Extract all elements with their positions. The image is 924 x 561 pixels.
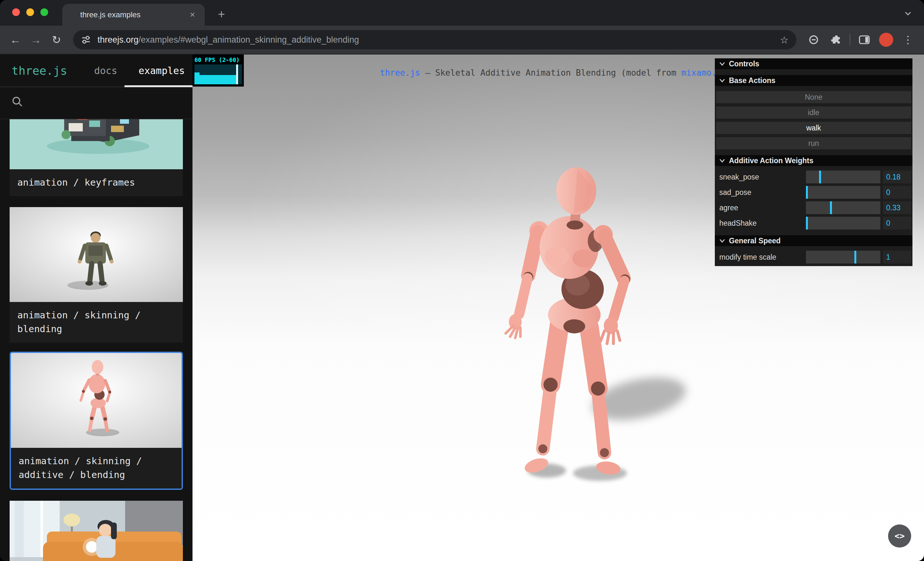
value-sad-pose[interactable]: 0 xyxy=(883,186,911,199)
browser-menu-icon[interactable]: ⋮ xyxy=(898,30,918,49)
value-sneak-pose[interactable]: 0.18 xyxy=(883,171,911,183)
action-button-run[interactable]: run xyxy=(716,137,911,150)
example-card-skinning-blending[interactable]: animation / skinning / blending xyxy=(10,207,183,343)
example-card-next[interactable] xyxy=(10,501,183,561)
fps-readout: 60 FPS (2-60) xyxy=(194,57,242,63)
sidebar-header: three.js docs examples xyxy=(0,54,192,87)
example-caption: animation / keyframes xyxy=(10,169,183,196)
toolbar-divider xyxy=(850,34,850,45)
reload-button[interactable]: ↻ xyxy=(46,30,67,50)
slider-head-shake[interactable] xyxy=(806,217,880,229)
window-controls xyxy=(12,8,48,16)
example-card-skinning-additive-blending[interactable]: animation / skinning / additive / blendi… xyxy=(10,352,183,490)
slider-label: agree xyxy=(719,203,806,212)
character-model xyxy=(494,159,699,492)
examples-sidebar: three.js docs examples xyxy=(0,54,192,561)
window-zoom-button[interactable] xyxy=(40,8,48,16)
slider-label: sneak_pose xyxy=(719,173,806,181)
tab-search-chevron-icon[interactable] xyxy=(902,8,914,19)
example-card-keyframes[interactable]: animation / keyframes xyxy=(10,119,183,196)
gui-general-speed-header[interactable]: General Speed xyxy=(715,235,912,246)
value-agree[interactable]: 0.33 xyxy=(883,201,911,214)
examples-active-underline xyxy=(124,85,192,87)
search-input[interactable] xyxy=(31,97,181,108)
action-button-idle[interactable]: idle xyxy=(716,106,911,119)
url-text: threejs.org/examples/#webgl_animation_sk… xyxy=(98,35,775,45)
example-card-list: animation / keyframes xyxy=(0,119,192,561)
forward-button[interactable]: → xyxy=(26,30,46,50)
thumbnail-animation-keyframes xyxy=(10,119,183,169)
chevron-down-icon xyxy=(719,61,725,66)
action-button-none[interactable]: None xyxy=(716,91,911,103)
example-caption: animation / skinning / blending xyxy=(10,302,183,343)
site-info-icon[interactable] xyxy=(81,34,91,45)
view-source-button[interactable]: <> xyxy=(888,524,911,548)
threejs-title-link[interactable]: three.js xyxy=(380,68,420,78)
tab-title: three.js examples xyxy=(80,10,187,19)
slider-label: modify time scale xyxy=(719,253,806,262)
url-bar[interactable]: threejs.org/examples/#webgl_animation_sk… xyxy=(73,30,796,49)
thumbnail-animation-skinning-blending xyxy=(10,207,183,302)
example-caption: animation / skinning / additive / blendi… xyxy=(11,448,182,489)
window-minimize-button[interactable] xyxy=(26,8,34,16)
gui-controls-header[interactable]: Controls xyxy=(715,58,912,69)
value-time-scale[interactable]: 1 xyxy=(883,251,911,263)
scene-title-text: — Skeletal Additive Animation Blending (… xyxy=(420,68,681,78)
search-row xyxy=(0,87,192,119)
fps-graph xyxy=(194,64,242,84)
value-head-shake[interactable]: 0 xyxy=(883,217,911,229)
browser-toolbar: ← → ↻ threejs.org/examples/#webgl_animat… xyxy=(0,25,924,54)
window-close-button[interactable] xyxy=(12,8,20,16)
nav-docs-link[interactable]: docs xyxy=(94,65,117,76)
nav-examples-link[interactable]: examples xyxy=(139,65,185,76)
tab-strip: three.js examples × + xyxy=(0,0,924,25)
slider-label: sad_pose xyxy=(719,188,806,197)
bookmark-star-icon[interactable]: ☆ xyxy=(780,34,789,45)
code-icon: <> xyxy=(894,531,904,541)
back-button[interactable]: ← xyxy=(5,30,26,50)
browser-tab[interactable]: three.js examples × xyxy=(62,4,205,25)
search-icon xyxy=(12,96,23,110)
tab-close-icon[interactable]: × xyxy=(187,9,198,21)
gui-panel: Controls Base Actions None idle walk run… xyxy=(715,58,912,266)
thumbnail-animation-skinning-additive-blending xyxy=(11,353,182,448)
gui-additive-weights-header[interactable]: Additive Action Weights xyxy=(715,155,912,166)
chevron-down-icon xyxy=(719,78,725,83)
slider-agree[interactable] xyxy=(806,201,880,214)
profile-avatar[interactable] xyxy=(876,30,896,49)
slider-sad-pose[interactable] xyxy=(806,186,880,199)
chevron-down-icon xyxy=(719,159,725,163)
chevron-down-icon xyxy=(719,238,725,243)
browser-window: three.js examples × + ← → ↻ threejs.org/… xyxy=(0,0,924,561)
threejs-logo[interactable]: three.js xyxy=(12,64,67,77)
slider-sneak-pose[interactable] xyxy=(806,171,880,183)
thumbnail-room-scene xyxy=(10,501,183,561)
new-tab-button[interactable]: + xyxy=(213,6,230,22)
gui-base-actions-header[interactable]: Base Actions xyxy=(715,75,912,86)
slider-time-scale[interactable] xyxy=(806,251,880,263)
fps-stats-panel[interactable]: 60 FPS (2-60) xyxy=(192,54,244,87)
pinned-extension-icon[interactable] xyxy=(804,30,823,49)
extensions-icon[interactable] xyxy=(826,30,845,49)
action-button-walk[interactable]: walk xyxy=(716,122,911,134)
slider-label: headShake xyxy=(719,219,806,227)
webgl-canvas[interactable]: three.js — Skeletal Additive Animation B… xyxy=(192,54,924,561)
side-panel-icon[interactable] xyxy=(855,30,874,49)
